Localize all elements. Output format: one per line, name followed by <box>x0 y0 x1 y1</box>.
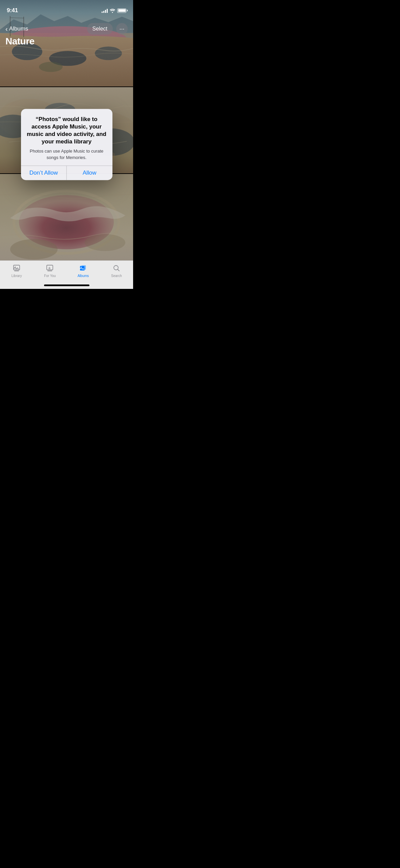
status-bar: 9:41 <box>0 0 133 17</box>
page-title: Nature <box>5 36 128 47</box>
back-label: Albums <box>9 25 28 32</box>
alert-title: “Photos” would like to access Apple Musi… <box>26 116 107 145</box>
allow-button[interactable]: Allow <box>67 166 112 180</box>
status-icons <box>102 8 126 13</box>
alert-content: “Photos” would like to access Apple Musi… <box>21 109 112 165</box>
status-time: 9:41 <box>7 7 18 14</box>
albums-tab-label: Albums <box>78 274 89 278</box>
battery-icon <box>117 8 126 13</box>
albums-icon <box>79 263 88 273</box>
library-tab-label: Library <box>12 274 22 278</box>
back-button[interactable]: ‹ Albums <box>5 25 28 32</box>
select-button[interactable]: Select <box>87 23 113 35</box>
library-icon <box>12 263 21 273</box>
svg-point-21 <box>15 267 16 268</box>
more-icon: ··· <box>119 25 124 33</box>
for-you-tab-label: For You <box>44 274 56 278</box>
back-chevron-icon: ‹ <box>5 25 8 32</box>
dont-allow-button[interactable]: Don’t Allow <box>21 166 67 180</box>
tab-library[interactable]: Library <box>3 263 30 278</box>
wifi-icon <box>110 8 115 13</box>
search-tab-icon <box>112 263 121 273</box>
home-indicator <box>44 284 89 286</box>
alert-dialog: “Photos” would like to access Apple Musi… <box>21 109 112 180</box>
svg-point-28 <box>81 267 81 268</box>
nav-top-row: ‹ Albums Select ··· <box>5 23 128 35</box>
nav-actions: Select ··· <box>87 23 128 35</box>
tab-albums[interactable]: Albums <box>70 263 97 278</box>
nav-bar: ‹ Albums Select ··· Nature <box>0 17 133 50</box>
tab-for-you[interactable]: For You <box>36 263 63 278</box>
alert-buttons: Don’t Allow Allow <box>21 165 112 180</box>
search-tab-label: Search <box>111 274 122 278</box>
alert-message: Photos can use Apple Music to curate son… <box>26 149 107 161</box>
for-you-icon <box>45 263 55 273</box>
tab-search[interactable]: Search <box>103 263 130 278</box>
signal-bars-icon <box>102 8 108 13</box>
svg-rect-22 <box>14 271 19 271</box>
svg-rect-24 <box>47 271 52 271</box>
svg-rect-20 <box>14 265 20 270</box>
more-button[interactable]: ··· <box>116 23 128 35</box>
